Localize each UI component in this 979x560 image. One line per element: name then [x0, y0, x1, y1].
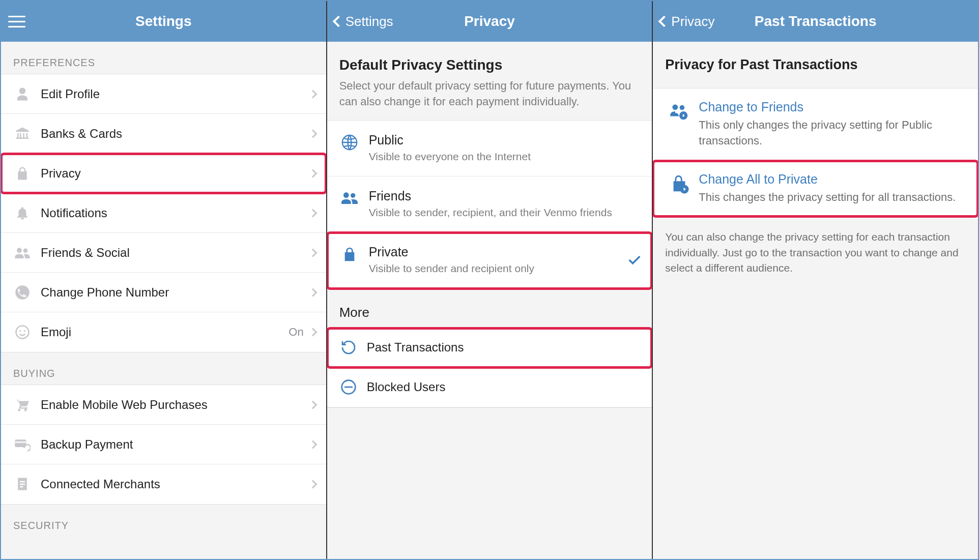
chevron-right-icon	[308, 169, 317, 178]
action-title: Change All to Private	[699, 172, 961, 187]
bank-icon	[11, 126, 34, 141]
svg-rect-5	[15, 441, 26, 443]
back-button[interactable]: Settings	[334, 14, 393, 30]
section-header-security: SECURITY	[1, 505, 326, 537]
row-change-phone[interactable]: Change Phone Number	[1, 273, 326, 312]
past-transactions-screen: Privacy Past Transactions Privacy for Pa…	[653, 1, 978, 559]
settings-screen: Settings PREFERENCES Edit Profile Banks …	[1, 1, 327, 559]
friends-icon	[11, 245, 34, 260]
svg-point-0	[15, 285, 30, 300]
privacy-options-group: Public Visible to everyone on the Intern…	[327, 120, 652, 289]
intro-block: Default Privacy Settings Select your def…	[327, 42, 652, 120]
intro-title: Default Privacy Settings	[339, 57, 640, 73]
row-label: Friends & Social	[34, 246, 310, 260]
bell-icon	[11, 205, 34, 221]
option-private[interactable]: Private Visible to sender and recipient …	[327, 232, 652, 288]
more-group: Past Transactions Blocked Users	[327, 328, 652, 408]
lock-back-icon	[665, 172, 694, 205]
row-past-transactions[interactable]: Past Transactions	[327, 328, 652, 368]
option-public[interactable]: Public Visible to everyone on the Intern…	[327, 121, 652, 176]
preferences-group: Edit Profile Banks & Cards Privacy Notif…	[1, 74, 326, 352]
row-enable-mobile-web[interactable]: Enable Mobile Web Purchases	[1, 385, 326, 425]
navbar: Settings	[1, 1, 326, 42]
row-friends-social[interactable]: Friends & Social	[1, 233, 326, 273]
row-label: Emoji	[34, 325, 289, 339]
history-icon	[337, 339, 360, 356]
action-change-to-friends[interactable]: Change to Friends This only changes the …	[653, 89, 978, 161]
svg-point-2	[19, 330, 21, 332]
navbar-title: Privacy	[464, 13, 515, 30]
row-notifications[interactable]: Notifications	[1, 193, 326, 233]
svg-point-1	[16, 326, 29, 339]
option-title: Friends	[369, 189, 632, 203]
row-label: Connected Merchants	[34, 477, 310, 491]
row-emoji[interactable]: Emoji On	[1, 312, 326, 352]
checkmark-icon	[627, 253, 642, 268]
more-header: More	[327, 289, 652, 328]
option-subtitle: Visible to sender, recipient, and their …	[369, 205, 632, 220]
cart-icon	[11, 397, 34, 412]
hamburger-icon	[8, 16, 25, 27]
navbar-title: Settings	[135, 13, 191, 30]
menu-button[interactable]	[8, 16, 25, 27]
section-header-buying: BUYING	[1, 352, 326, 385]
option-subtitle: Visible to sender and recipient only	[369, 261, 618, 276]
row-banks-cards[interactable]: Banks & Cards	[1, 114, 326, 154]
chevron-right-icon	[308, 129, 317, 138]
back-label: Privacy	[671, 14, 714, 30]
option-subtitle: Visible to everyone on the Internet	[369, 150, 632, 164]
actions-group: Change to Friends This only changes the …	[653, 88, 978, 217]
row-backup-payment[interactable]: Backup Payment	[1, 425, 326, 464]
friends-icon	[337, 189, 362, 206]
row-privacy[interactable]: Privacy	[1, 154, 326, 193]
svg-point-3	[24, 330, 25, 332]
back-label: Settings	[345, 14, 393, 30]
action-change-all-private[interactable]: Change All to Private This changes the p…	[653, 161, 978, 217]
row-connected-merchants[interactable]: Connected Merchants	[1, 464, 326, 504]
friends-back-icon	[665, 100, 694, 149]
action-subtitle: This only changes the privacy setting fo…	[699, 117, 961, 149]
navbar: Settings Privacy	[327, 1, 652, 42]
row-label: Notifications	[34, 206, 310, 220]
row-edit-profile[interactable]: Edit Profile	[1, 74, 326, 114]
chevron-right-icon	[308, 288, 317, 297]
navbar-title: Past Transactions	[755, 13, 877, 30]
chevron-right-icon	[308, 209, 317, 217]
option-title: Public	[369, 133, 632, 148]
chevron-right-icon	[308, 328, 317, 337]
row-label: Banks & Cards	[34, 127, 310, 141]
buying-group: Enable Mobile Web Purchases Backup Payme…	[1, 385, 326, 505]
chevron-left-icon	[658, 16, 670, 27]
intro-subtitle: Select your default privacy setting for …	[339, 78, 640, 110]
chevron-right-icon	[308, 440, 317, 449]
row-label: Blocked Users	[360, 380, 642, 394]
navbar: Privacy Past Transactions	[653, 1, 978, 42]
footer-note: You can also change the privacy setting …	[653, 217, 978, 288]
option-friends[interactable]: Friends Visible to sender, recipient, an…	[327, 176, 652, 232]
lock-icon	[337, 245, 362, 263]
chevron-right-icon	[308, 90, 317, 98]
emoji-icon	[11, 325, 34, 340]
row-label: Edit Profile	[34, 87, 310, 101]
phone-icon	[11, 285, 34, 300]
action-title: Change to Friends	[699, 100, 961, 114]
privacy-screen: Settings Privacy Default Privacy Setting…	[327, 1, 653, 559]
back-button[interactable]: Privacy	[660, 14, 714, 30]
row-value: On	[289, 326, 303, 339]
receipt-icon	[11, 477, 34, 492]
row-label: Privacy	[34, 166, 310, 181]
option-title: Private	[369, 245, 618, 259]
chevron-left-icon	[332, 16, 344, 27]
page-heading: Privacy for Past Transactions	[665, 57, 966, 73]
globe-icon	[337, 133, 362, 151]
row-label: Change Phone Number	[34, 285, 310, 300]
row-blocked-users[interactable]: Blocked Users	[327, 368, 652, 407]
heading-block: Privacy for Past Transactions	[653, 42, 978, 88]
row-label: Enable Mobile Web Purchases	[34, 398, 310, 412]
chevron-right-icon	[308, 480, 317, 489]
blocked-icon	[337, 379, 360, 395]
action-subtitle: This changes the privacy setting for all…	[699, 190, 961, 205]
chevron-right-icon	[308, 400, 317, 409]
chevron-right-icon	[308, 248, 317, 257]
lock-icon	[11, 166, 34, 181]
